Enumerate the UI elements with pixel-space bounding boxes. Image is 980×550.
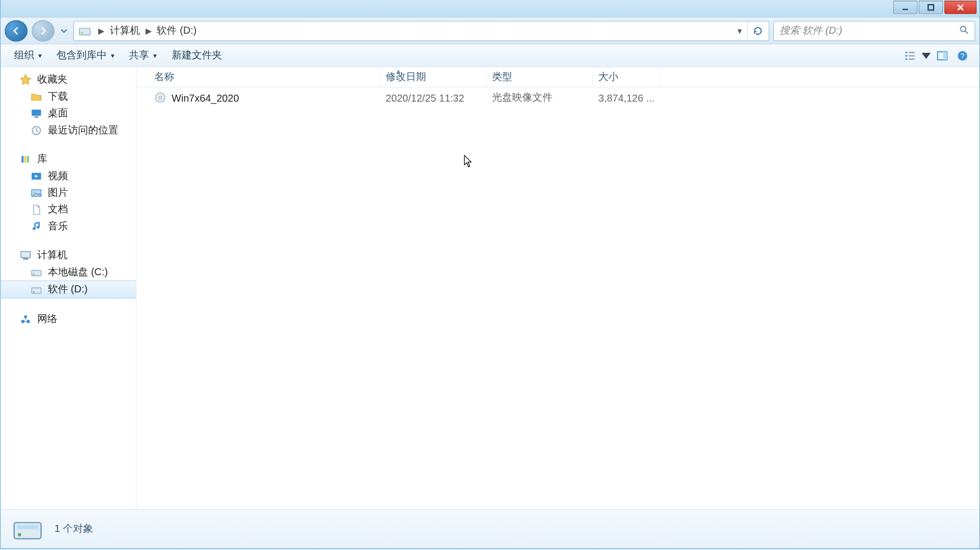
sidebar-item-recent[interactable]: 最近访问的位置	[1, 122, 136, 138]
titlebar	[1, 0, 979, 18]
file-size: 3,874,126 ...	[598, 92, 654, 103]
chevron-down-icon: ▼	[37, 52, 43, 59]
crumb-computer[interactable]: 计算机	[108, 24, 141, 37]
back-button[interactable]	[5, 20, 27, 41]
col-date-label: 修改日期	[386, 70, 426, 83]
svg-rect-12	[943, 51, 947, 59]
svg-rect-5	[905, 51, 907, 53]
minimize-button[interactable]	[893, 1, 918, 14]
col-type[interactable]: 类型	[486, 67, 593, 87]
svg-point-4	[960, 26, 966, 32]
sort-indicator-icon: ▲	[395, 67, 402, 75]
sidebar-net-label: 网络	[37, 312, 57, 325]
nav-history-drop[interactable]	[58, 20, 69, 41]
sidebar-item-drive-c[interactable]: 本地磁盘 (C:)	[1, 264, 136, 280]
search-icon	[958, 24, 969, 37]
svg-rect-20	[27, 155, 29, 162]
sidebar-item-label: 视频	[48, 170, 68, 182]
col-type-label: 类型	[492, 70, 512, 83]
sidebar-item-label: 音乐	[48, 220, 68, 232]
cursor-icon	[464, 154, 473, 168]
view-mode-drop[interactable]	[920, 47, 932, 64]
sidebar: 收藏夹 下载 桌面 最近访问的位置 库	[1, 67, 136, 509]
sidebar-item-label: 软件 (D:)	[48, 283, 88, 296]
svg-rect-15	[32, 109, 41, 115]
folder-icon	[30, 91, 42, 103]
svg-rect-2	[80, 28, 90, 34]
file-row[interactable]: Win7x64_2020 2020/12/25 11:32 光盘映像文件 3,8…	[136, 88, 979, 108]
sidebar-head-network[interactable]: 网络	[1, 310, 136, 327]
svg-point-31	[33, 291, 34, 292]
library-icon	[20, 153, 32, 165]
svg-rect-7	[905, 55, 907, 56]
toolbar: 组织 ▼ 包含到库中 ▼ 共享 ▼ 新建文件夹 ?	[1, 44, 979, 67]
sidebar-item-music[interactable]: 音乐	[1, 218, 136, 234]
sidebar-item-desktop[interactable]: 桌面	[1, 105, 136, 122]
sidebar-item-documents[interactable]: 文档	[1, 201, 136, 218]
body: 收藏夹 下载 桌面 最近访问的位置 库	[1, 67, 979, 509]
sidebar-group-computer: 计算机 本地磁盘 (C:) 软件 (D:)	[1, 247, 136, 299]
svg-rect-30	[32, 287, 41, 293]
sidebar-head-libraries[interactable]: 库	[1, 150, 136, 167]
svg-point-25	[37, 225, 39, 228]
status-bar: 1 个对象	[1, 509, 979, 548]
crumb-drive[interactable]: 软件 (D:)	[156, 24, 198, 37]
drive-icon	[30, 266, 42, 278]
svg-rect-9	[905, 58, 907, 60]
svg-rect-8	[908, 55, 915, 56]
close-button[interactable]	[944, 1, 976, 14]
recent-icon	[30, 124, 42, 136]
sidebar-item-label: 文档	[48, 203, 68, 216]
svg-rect-26	[21, 251, 30, 257]
search-placeholder: 搜索 软件 (D:)	[780, 24, 843, 37]
nav-row: ▶ 计算机 ▶ 软件 (D:) ▼ 搜索 软件 (D:)	[1, 18, 979, 44]
chevron-right-icon: ▶	[142, 26, 156, 35]
maximize-button[interactable]	[919, 1, 943, 14]
forward-button[interactable]	[32, 20, 54, 41]
file-pane[interactable]: ▲ 名称 修改日期 类型 大小 Win7x64_2020 2020/12/25 …	[136, 67, 979, 509]
address-bar[interactable]: ▶ 计算机 ▶ 软件 (D:) ▼	[74, 21, 769, 41]
help-button[interactable]: ?	[952, 47, 972, 64]
sidebar-head-computer[interactable]: 计算机	[1, 247, 136, 264]
drive-icon	[78, 24, 92, 37]
address-drop-icon[interactable]: ▼	[732, 27, 747, 35]
file-name: Win7x64_2020	[172, 92, 239, 103]
pictures-icon	[30, 187, 42, 199]
column-headers: 名称 修改日期 类型 大小	[136, 67, 979, 88]
sidebar-item-label: 图片	[48, 186, 68, 199]
chevron-down-icon: ▼	[110, 52, 116, 59]
computer-icon	[20, 249, 32, 261]
sidebar-item-pictures[interactable]: 图片	[1, 184, 136, 201]
include-label: 包含到库中	[56, 49, 107, 62]
svg-point-23	[33, 191, 35, 193]
view-mode-button[interactable]	[900, 47, 920, 64]
svg-rect-28	[32, 270, 41, 276]
sidebar-item-downloads[interactable]: 下载	[1, 88, 136, 105]
svg-rect-34	[24, 315, 27, 318]
svg-point-29	[33, 273, 34, 275]
svg-point-24	[33, 227, 35, 229]
sidebar-item-video[interactable]: 视频	[1, 168, 136, 184]
share-menu[interactable]: 共享 ▼	[122, 46, 165, 64]
sidebar-head-favorites[interactable]: 收藏夹	[1, 71, 136, 88]
drive-large-icon	[12, 513, 44, 545]
include-in-library-menu[interactable]: 包含到库中 ▼	[50, 46, 122, 64]
preview-pane-button[interactable]	[932, 47, 952, 64]
svg-text:?: ?	[960, 52, 964, 60]
sidebar-item-drive-d[interactable]: 软件 (D:)	[1, 280, 136, 298]
sidebar-fav-label: 收藏夹	[37, 73, 67, 86]
refresh-button[interactable]	[747, 21, 767, 40]
svg-rect-39	[17, 525, 38, 529]
search-input[interactable]: 搜索 软件 (D:)	[774, 21, 975, 41]
video-icon	[30, 170, 42, 182]
document-icon	[30, 203, 42, 215]
col-name[interactable]: 名称	[149, 67, 380, 87]
svg-rect-10	[908, 58, 915, 60]
sidebar-group-network: 网络	[1, 310, 136, 327]
explorer-window: ▶ 计算机 ▶ 软件 (D:) ▼ 搜索 软件 (D:) 组织 ▼ 包含到库中 …	[0, 0, 980, 549]
organize-menu[interactable]: 组织 ▼	[8, 46, 50, 64]
file-date: 2020/12/25 11:32	[386, 92, 464, 103]
col-size[interactable]: 大小	[593, 67, 660, 87]
new-folder-button[interactable]: 新建文件夹	[165, 46, 229, 64]
star-icon	[20, 73, 32, 86]
